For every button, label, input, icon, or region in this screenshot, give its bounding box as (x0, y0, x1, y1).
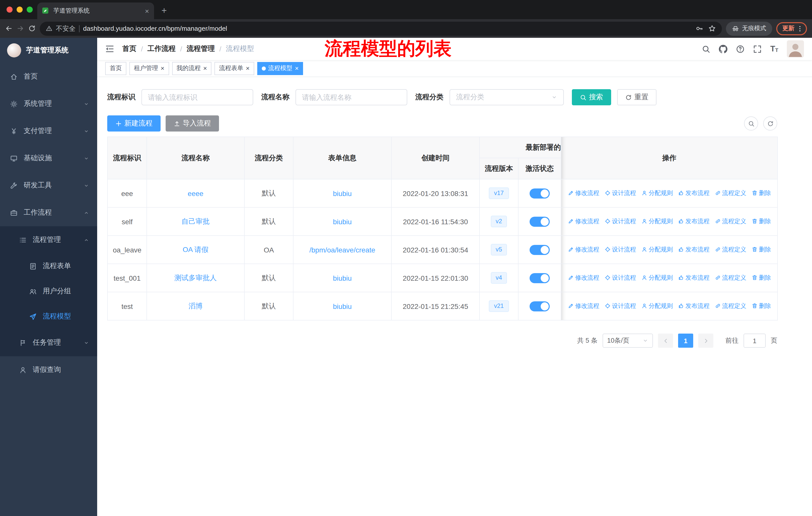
user-avatar[interactable] (787, 40, 804, 57)
page-size-select[interactable]: 10条/页 (603, 333, 653, 348)
prev-page-button[interactable] (658, 333, 673, 348)
next-page-button[interactable] (698, 333, 713, 348)
github-icon[interactable] (719, 45, 727, 53)
design-process-action[interactable]: 设计流程 (604, 274, 636, 282)
status-toggle[interactable] (529, 301, 550, 311)
assign-rule-action[interactable]: 分配规则 (641, 302, 673, 310)
reload-icon[interactable] (28, 25, 36, 32)
design-process-action[interactable]: 设计流程 (604, 302, 636, 310)
status-toggle[interactable] (529, 188, 550, 198)
browser-tab[interactable]: 芋道管理系统 × (37, 2, 154, 19)
tab-tag[interactable]: 首页 (105, 62, 126, 75)
process-definition-action[interactable]: 流程定义 (715, 274, 746, 282)
help-icon[interactable] (736, 45, 745, 53)
publish-process-action[interactable]: 发布流程 (678, 217, 709, 226)
process-name-input[interactable] (295, 89, 407, 105)
delete-action[interactable]: 删除 (751, 189, 771, 197)
reset-button[interactable]: 重置 (617, 89, 657, 105)
modify-process-action[interactable]: 修改流程 (568, 189, 599, 197)
breadcrumb-item[interactable]: 工作流程 (147, 44, 176, 53)
breadcrumb-item[interactable]: 流程管理 (187, 44, 215, 53)
app-logo[interactable]: 芋道管理系统 (0, 38, 97, 63)
fullscreen-icon[interactable] (753, 45, 762, 53)
sidebar-item-home[interactable]: 首页 (0, 63, 97, 90)
tab-tag[interactable]: 流程表单× (214, 62, 254, 75)
delete-action[interactable]: 删除 (751, 217, 771, 226)
breadcrumb-item[interactable]: 首页 (122, 44, 137, 53)
publish-process-action[interactable]: 发布流程 (678, 189, 709, 197)
status-toggle[interactable] (529, 216, 550, 226)
refresh-table-button[interactable] (763, 116, 777, 131)
sidebar-item-devtools[interactable]: 研发工具 (0, 172, 97, 199)
form-info-link[interactable]: biubiu (333, 217, 352, 225)
menu-dots-icon[interactable] (796, 25, 804, 32)
process-name-link[interactable]: eeee (188, 189, 203, 197)
sidebar-item-infrastructure[interactable]: 基础设施 (0, 145, 97, 172)
key-icon[interactable] (696, 25, 703, 32)
design-process-action[interactable]: 设计流程 (604, 217, 636, 226)
minimize-window-button[interactable] (17, 6, 23, 12)
import-process-button[interactable]: 导入流程 (166, 115, 219, 132)
close-icon[interactable]: × (203, 65, 207, 72)
tab-tag[interactable]: 流程模型× (257, 62, 303, 75)
publish-process-action[interactable]: 发布流程 (678, 274, 709, 282)
assign-rule-action[interactable]: 分配规则 (641, 189, 673, 197)
modify-process-action[interactable]: 修改流程 (568, 302, 599, 310)
status-toggle[interactable] (529, 245, 550, 255)
bookmark-star-icon[interactable] (708, 25, 716, 32)
sidebar-item-flow-model[interactable]: 流程模型 (0, 304, 97, 329)
tab-tag[interactable]: 我的流程× (172, 62, 211, 75)
process-name-link[interactable]: 滔博 (188, 302, 203, 310)
form-info-link[interactable]: /bpm/oa/leave/create (309, 246, 375, 254)
address-bar[interactable]: 不安全 dashboard.yudao.iocoder.cn/bpm/manag… (40, 21, 722, 35)
process-definition-action[interactable]: 流程定义 (715, 245, 746, 254)
form-info-link[interactable]: biubiu (333, 302, 352, 310)
back-icon[interactable] (5, 25, 12, 32)
sidebar-item-workflow[interactable]: 工作流程 (0, 199, 97, 226)
close-window-button[interactable] (6, 6, 12, 12)
goto-page-input[interactable] (744, 333, 766, 348)
collapse-sidebar-icon[interactable] (105, 44, 114, 53)
process-name-link[interactable]: 测试多审批人 (174, 273, 217, 281)
page-number-button[interactable]: 1 (678, 333, 693, 348)
new-tab-button[interactable]: + (157, 3, 171, 18)
close-tab-icon[interactable]: × (145, 7, 149, 15)
delete-action[interactable]: 删除 (751, 245, 771, 254)
search-button[interactable]: 搜索 (572, 89, 611, 105)
process-definition-action[interactable]: 流程定义 (715, 217, 746, 226)
delete-action[interactable]: 删除 (751, 274, 771, 282)
sidebar-item-task-manage[interactable]: 任务管理 (0, 329, 97, 356)
design-process-action[interactable]: 设计流程 (604, 189, 636, 197)
process-definition-action[interactable]: 流程定义 (715, 302, 746, 310)
update-chip[interactable]: 更新 (776, 22, 807, 35)
close-icon[interactable]: × (295, 65, 299, 72)
assign-rule-action[interactable]: 分配规则 (641, 274, 673, 282)
close-icon[interactable]: × (246, 65, 250, 72)
sidebar-item-leave-query[interactable]: 请假查询 (0, 356, 97, 383)
assign-rule-action[interactable]: 分配规则 (641, 245, 673, 254)
modify-process-action[interactable]: 修改流程 (568, 245, 599, 254)
form-info-link[interactable]: biubiu (333, 189, 352, 197)
toggle-search-button[interactable] (744, 116, 758, 131)
form-info-link[interactable]: biubiu (333, 274, 352, 282)
process-key-input[interactable] (141, 89, 253, 105)
publish-process-action[interactable]: 发布流程 (678, 302, 709, 310)
status-toggle[interactable] (529, 273, 550, 283)
process-name-link[interactable]: OA 请假 (183, 245, 209, 253)
sidebar-item-flow-manage[interactable]: 流程管理 (0, 226, 97, 253)
sidebar-item-user-group[interactable]: 用户分组 (0, 279, 97, 304)
tab-tag[interactable]: 租户管理× (129, 62, 169, 75)
sidebar-item-flow-form[interactable]: 流程表单 (0, 253, 97, 279)
category-select[interactable]: 流程分类 (450, 89, 564, 105)
close-icon[interactable]: × (161, 65, 164, 72)
sidebar-item-payment[interactable]: 支付管理 (0, 117, 97, 145)
publish-process-action[interactable]: 发布流程 (678, 245, 709, 254)
design-process-action[interactable]: 设计流程 (604, 245, 636, 254)
modify-process-action[interactable]: 修改流程 (568, 274, 599, 282)
sidebar-item-system[interactable]: 系统管理 (0, 90, 97, 117)
create-process-button[interactable]: 新建流程 (107, 115, 161, 132)
forward-icon[interactable] (17, 25, 24, 32)
process-name-link[interactable]: 自己审批 (181, 217, 210, 225)
process-definition-action[interactable]: 流程定义 (715, 189, 746, 197)
zoom-window-button[interactable] (27, 6, 33, 12)
